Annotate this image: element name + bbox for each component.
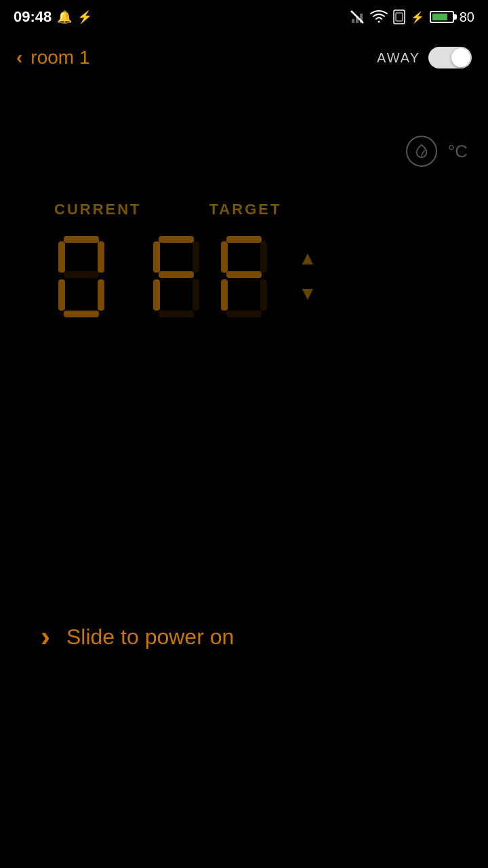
away-label: AWAY <box>377 50 420 66</box>
svg-rect-5 <box>396 13 403 21</box>
away-container: AWAY <box>377 47 472 68</box>
svg-rect-12 <box>64 311 99 317</box>
svg-rect-19 <box>159 311 194 317</box>
svg-rect-1 <box>352 19 354 23</box>
target-digit-f2 <box>217 232 271 320</box>
room-title: room 1 <box>30 47 89 68</box>
svg-rect-18 <box>192 279 199 311</box>
sim-icon <box>393 9 405 24</box>
status-bar: 09:48 🔔 ⚡ ⚡ 80 <box>0 0 488 34</box>
temperature-section: CURRENT TARGET <box>0 187 488 334</box>
battery-indicator <box>430 11 454 23</box>
target-label: TARGET <box>209 201 282 218</box>
battery-level: 80 <box>460 9 474 25</box>
svg-rect-2 <box>356 16 359 23</box>
svg-rect-15 <box>192 241 199 273</box>
charging-icon: ⚡ <box>411 11 424 24</box>
svg-rect-17 <box>153 279 160 311</box>
svg-rect-25 <box>260 279 267 311</box>
leaf-svg <box>414 144 429 159</box>
svg-rect-23 <box>226 271 262 278</box>
celsius-icon: °C <box>448 141 468 162</box>
flame-icon[interactable] <box>406 136 437 167</box>
notification-icon: 🔔 <box>57 9 72 24</box>
slide-to-power-on[interactable]: › Slide to power on <box>41 623 447 651</box>
svg-rect-11 <box>98 279 104 311</box>
status-left: 09:48 🔔 ⚡ <box>14 8 92 26</box>
signal-muted-icon <box>350 9 365 24</box>
target-digit-f1 <box>149 232 203 320</box>
back-button[interactable]: ‹ room 1 <box>16 47 89 68</box>
header: ‹ room 1 AWAY <box>0 34 488 81</box>
slide-text: Slide to power on <box>66 625 234 650</box>
svg-rect-22 <box>260 241 267 273</box>
svg-rect-3 <box>360 14 363 23</box>
svg-rect-20 <box>226 236 262 243</box>
temp-display: ▲ ▼ <box>54 232 447 320</box>
svg-rect-21 <box>221 241 228 273</box>
svg-rect-24 <box>221 279 228 311</box>
svg-rect-16 <box>159 271 194 278</box>
slide-chevron-icon: › <box>41 623 50 651</box>
toggle-knob <box>451 48 470 67</box>
svg-rect-10 <box>58 279 65 311</box>
svg-rect-13 <box>159 236 194 243</box>
svg-rect-9 <box>64 271 99 278</box>
away-toggle[interactable] <box>428 47 472 68</box>
back-arrow-icon: ‹ <box>16 47 22 68</box>
wifi-icon <box>370 9 388 24</box>
svg-rect-6 <box>64 236 99 243</box>
temp-up-button[interactable]: ▲ <box>298 248 317 269</box>
time-display: 09:48 <box>14 8 52 26</box>
svg-rect-8 <box>98 241 104 273</box>
temp-arrow-controls: ▲ ▼ <box>298 248 317 304</box>
status-right: ⚡ 80 <box>350 9 474 25</box>
svg-rect-14 <box>153 241 160 273</box>
usb-icon: ⚡ <box>77 9 92 24</box>
current-digit-0 <box>54 232 108 320</box>
svg-rect-7 <box>58 241 65 273</box>
temp-labels: CURRENT TARGET <box>54 201 447 218</box>
icon-row: °C <box>0 122 488 180</box>
current-label: CURRENT <box>54 201 142 218</box>
temp-down-button[interactable]: ▼ <box>298 283 317 304</box>
svg-rect-4 <box>394 10 405 24</box>
svg-rect-26 <box>226 311 262 317</box>
